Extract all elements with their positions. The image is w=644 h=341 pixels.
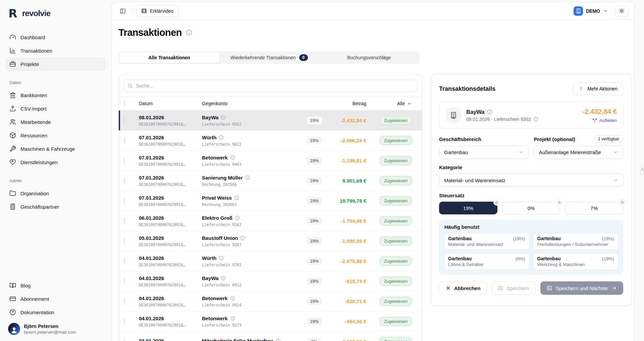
sidebar-item-blog[interactable]: Blog [5,279,106,292]
search-input[interactable] [124,80,417,91]
row-checkbox[interactable] [124,278,125,284]
business-area-select[interactable]: Gartenbau [439,145,529,159]
favorite-star-button[interactable] [556,199,562,206]
sidebar-item-ressourcen[interactable]: Ressourcen [5,129,106,142]
user-menu[interactable]: Björn Petersen bjoern.petersen@mail.com [5,319,106,336]
info-icon[interactable] [230,296,235,301]
counterparty-name: BayWa [466,109,484,115]
tab-buchungsvorschl-ge[interactable]: Buchungsvorschläge [319,52,419,63]
info-icon[interactable] [219,135,224,140]
sidebar-item-bankkonten[interactable]: Bankkonten [5,88,106,102]
row-checkbox[interactable] [124,198,125,204]
sidebar-item-label: Maschinen & Fahrzeuge [20,146,75,152]
panel-resize-handle[interactable] [640,165,644,174]
table-row[interactable]: 04.01.2026DE36100700007629018…BetonwerkL… [119,312,422,332]
tab-wiederkehrende-transaktionen[interactable]: Wiederkehrende Transaktionen0 [219,52,319,63]
sidebar-item-dienstleistungen[interactable]: Dienstleistungen [5,155,106,169]
table-row[interactable]: 07.01.2026DE36100700007629018…WürthLiefe… [119,131,422,151]
sidebar-item-projekte[interactable]: Projekte [5,57,106,71]
info-icon[interactable] [240,235,245,241]
cancel-button[interactable]: Abbrechen [439,281,487,295]
page-title-info-icon[interactable] [186,29,192,36]
frequent-category-card[interactable]: Gartenbau(19%)Werkzeug & Maschinen [533,253,619,270]
org-switcher[interactable]: DEMO [574,6,608,16]
sidebar-item-organisation[interactable]: Organisation [5,187,106,200]
select-all-checkbox[interactable] [124,100,125,107]
row-checkbox[interactable] [124,137,125,144]
reference-info-icon[interactable] [533,117,538,122]
info-icon[interactable] [230,316,235,321]
tax-rate-option-19[interactable]: 19% [439,202,497,214]
app-logo[interactable]: R revolvie [5,6,106,21]
status-filter-dropdown[interactable]: Alle [366,101,417,106]
project-select[interactable]: Außenanlage Meiereistraße [534,145,624,159]
table-row[interactable]: 04.01.2026DE36100700007629018…WürthLiefe… [119,251,422,271]
sidebar-item-dashboard[interactable]: Dashboard [5,30,106,44]
favorite-star-button[interactable] [619,199,626,206]
table-row[interactable]: 06.01.2026DE36100700007629018…Elektro Gr… [119,211,422,231]
frequent-category-card[interactable]: Gartenbau(0%)Löhne & Gehälter [444,253,530,270]
save-button[interactable]: Speichern [491,281,536,295]
counterparty-info-icon[interactable] [487,109,492,115]
info-icon[interactable] [245,175,250,180]
row-checkbox[interactable] [124,338,125,341]
row-checkbox[interactable] [124,258,125,264]
category-select[interactable]: Material- und Wareneinsatz [439,174,623,187]
table-row[interactable]: 04.01.2026DE36100700007629018…BayWaLiefe… [119,271,422,291]
split-transaction-link[interactable]: Aufteilen [582,118,617,123]
row-checkbox[interactable] [124,178,125,184]
row-checkbox[interactable] [124,157,125,164]
info-icon[interactable] [234,195,239,200]
sidebar-item-dokumentation[interactable]: Dokumentation [5,305,106,319]
cancel-label: Abbrechen [454,285,480,291]
table-row[interactable]: 03.01.2026Mitarbeiterin Erika Musterfrau… [119,332,422,341]
user-email: bjoern.petersen@mail.com [24,330,76,335]
row-iban: DE36100700007629018… [139,122,202,127]
split-label: Aufteilen [599,118,617,123]
row-vat-badge: 19% [307,318,322,325]
table-row[interactable]: 04.01.2026DE36100700007629018…BetonwerkL… [119,291,422,312]
row-reference: Lieferschein 8912 [202,283,299,287]
sidebar-item-mitarbeitende[interactable]: Mitarbeitende [5,115,106,129]
sidebar-item-transaktionen[interactable]: Transaktionen [5,44,106,57]
sidebar-item-maschinen-fahrzeuge[interactable]: Maschinen & Fahrzeuge [5,142,106,155]
info-icon[interactable] [230,155,235,160]
sidebar-item-gesch-ftspartner[interactable]: Geschäftspartner [5,200,106,213]
row-date: 04.01.2026 [139,316,202,322]
row-checkbox[interactable] [124,318,125,325]
table-row[interactable]: 08.01.2026DE36100700007629018…BayWaLiefe… [119,111,422,131]
info-icon[interactable] [235,215,240,220]
sidebar-toggle-button[interactable] [118,6,128,16]
sidebar-item-csv-import[interactable]: CSV-Import [5,102,106,115]
more-actions-button[interactable]: Mehr Aktionen [573,82,624,95]
favorite-star-button[interactable] [493,199,500,206]
frequent-rate: (19%) [513,236,525,241]
row-checkbox[interactable] [124,298,125,304]
theme-toggle-button[interactable] [615,5,628,16]
table-row[interactable]: 07.01.2026DE36100700007629018…BetonwerkL… [119,151,422,171]
row-amount: -3.100,00 € [329,339,366,341]
tax-rate-option-0[interactable]: 0% [502,202,560,214]
row-checkbox[interactable] [124,238,125,244]
info-icon[interactable] [221,276,226,281]
row-checkbox[interactable] [124,218,125,224]
table-row[interactable]: 07.01.2026DE36100700007629018…Sanierung … [119,171,422,191]
info-icon[interactable] [219,256,224,261]
explainer-video-button[interactable]: Erklärvideo [136,5,178,17]
save-and-next-button[interactable]: Speichern und Nächste [540,281,623,295]
row-date: 06.01.2026 [139,215,202,221]
sidebar-item-label: Dienstleistungen [20,159,58,165]
search-box [123,80,417,92]
sidebar-item-abonnement[interactable]: Abonnement [5,292,106,305]
frequent-category-card[interactable]: Gartenbau(19%)Material- und Wareneinsatz [444,233,530,250]
info-icon[interactable] [276,338,281,341]
row-amount: -2.096,24 € [329,138,366,143]
tax-rate-option-7[interactable]: 7% [565,202,623,214]
frequent-category-card[interactable]: Gartenbau(19%)Fremdleistungen / Subunter… [533,233,619,250]
info-icon[interactable] [221,115,226,120]
panel-left-icon [120,8,126,14]
table-row[interactable]: 05.01.2026DE36100700007629018…Baustoff U… [119,231,422,251]
table-row[interactable]: 07.01.2026DE36100700007629018…Privat Wei… [119,191,422,211]
row-checkbox[interactable] [124,117,125,124]
tab-alle-transaktionen[interactable]: Alle Transaktionen [119,52,219,63]
